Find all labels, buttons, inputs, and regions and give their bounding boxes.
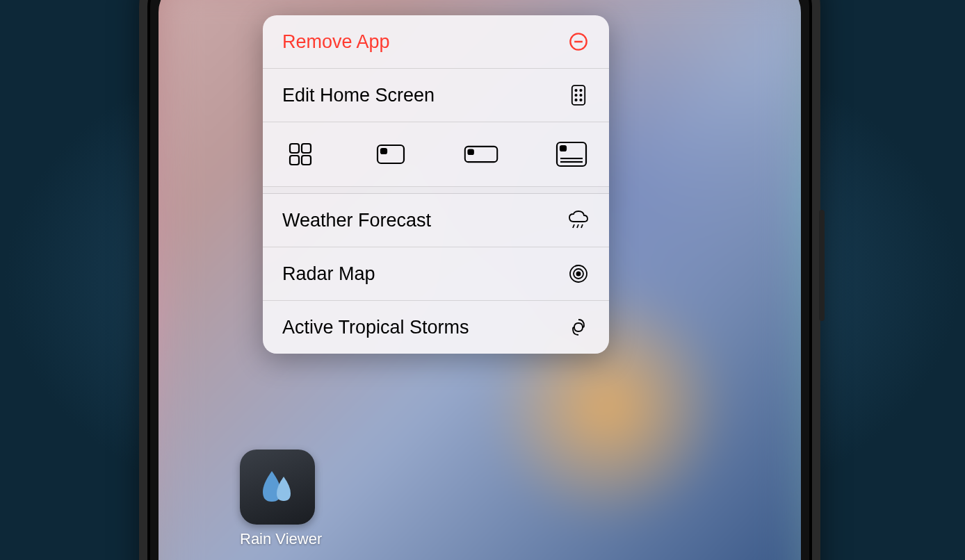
svg-point-7 <box>575 99 576 101</box>
radar-map-item[interactable]: Radar Map <box>263 247 609 301</box>
app-name-label: Rain Viewer <box>240 530 322 548</box>
svg-rect-9 <box>290 144 299 153</box>
weather-forecast-item[interactable]: Weather Forecast <box>263 194 609 247</box>
svg-line-21 <box>573 224 574 228</box>
svg-rect-2 <box>572 85 585 105</box>
svg-rect-12 <box>302 156 311 165</box>
widget-size-row <box>263 122 609 187</box>
weather-forecast-label: Weather Forecast <box>282 210 431 231</box>
widget-size-large-icon[interactable] <box>463 140 499 168</box>
widget-size-medium-icon[interactable] <box>373 140 409 168</box>
svg-point-5 <box>575 94 576 96</box>
rain-cloud-icon <box>567 209 590 231</box>
svg-point-6 <box>580 94 581 96</box>
apps-grid-icon <box>567 84 590 106</box>
remove-icon <box>567 31 590 53</box>
edit-home-screen-item[interactable]: Edit Home Screen <box>263 69 609 122</box>
remove-app-item[interactable]: Remove App <box>263 15 609 69</box>
app-icon-container: Rain Viewer <box>240 450 322 548</box>
svg-rect-13 <box>378 145 404 163</box>
svg-line-23 <box>581 224 583 228</box>
storm-icon <box>567 316 590 338</box>
svg-rect-10 <box>302 144 311 153</box>
active-tropical-storms-label: Active Tropical Storms <box>282 317 469 338</box>
svg-line-22 <box>577 224 578 228</box>
svg-rect-18 <box>560 146 566 151</box>
rain-viewer-app-icon[interactable] <box>240 450 315 525</box>
svg-point-8 <box>580 99 581 101</box>
menu-separator <box>263 187 609 194</box>
svg-rect-11 <box>290 156 299 165</box>
radar-map-label: Radar Map <box>282 263 375 285</box>
phone-side-button <box>819 210 825 321</box>
svg-point-3 <box>575 90 576 91</box>
svg-point-26 <box>576 272 580 275</box>
svg-point-4 <box>580 90 581 91</box>
widget-size-small-icon[interactable] <box>282 140 318 168</box>
remove-app-label: Remove App <box>282 31 390 53</box>
svg-rect-16 <box>468 150 473 155</box>
edit-home-screen-label: Edit Home Screen <box>282 85 435 106</box>
widget-size-xlarge-icon[interactable] <box>553 140 590 168</box>
context-menu: Remove App Edit Home Screen <box>263 15 609 354</box>
svg-rect-14 <box>381 149 387 154</box>
active-tropical-storms-item[interactable]: Active Tropical Storms <box>263 301 609 354</box>
radar-icon <box>567 263 590 285</box>
